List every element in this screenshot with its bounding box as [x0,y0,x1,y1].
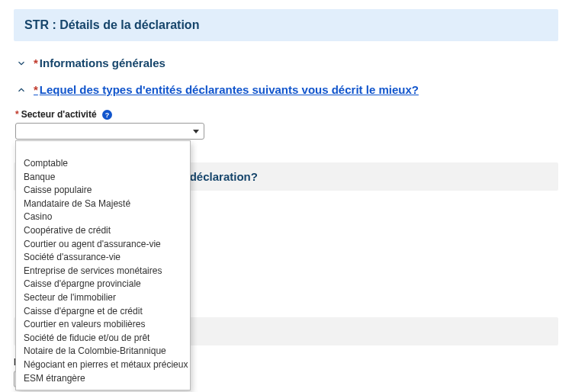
accordion-entity-type-title[interactable]: *Lequel des types d'entités déclarantes … [34,83,419,96]
accordion-general: *Informations générales [14,52,558,74]
accordion-entity-type: *Lequel des types d'entités déclarantes … [14,79,558,140]
dropdown-item[interactable]: ESM étrangère [16,372,190,386]
activity-label: *Secteur d'activité [15,109,99,120]
dropdown-item[interactable]: Secteur de l'immobilier [16,291,190,305]
dropdown-item[interactable]: Courtier en valeurs mobilières [16,318,190,332]
dropdown-item[interactable]: Banque [16,171,190,185]
help-icon[interactable]: ? [102,110,112,120]
activity-select-display[interactable] [15,123,204,140]
dropdown-item[interactable]: Courtier ou agent d'assurance-vie [16,238,190,252]
accordion-entity-type-header[interactable]: *Lequel des types d'entités déclarantes … [14,79,558,101]
dropdown-item[interactable]: Société d'assurance-vie [16,251,190,265]
page-title: STR : Détails de la déclaration [24,18,199,31]
accordion-general-title: *Informations générales [34,56,165,69]
dropdown-item[interactable]: Casino [16,210,190,224]
chevron-up-icon [15,84,27,96]
page-banner: STR : Détails de la déclaration [14,9,558,41]
dropdown-item[interactable]: Coopérative de crédit [16,224,190,238]
activity-field: *Secteur d'activité ? ComptableBanqueCai… [15,108,558,140]
activity-dropdown[interactable]: ComptableBanqueCaisse populaireMandatair… [15,140,191,390]
activity-select[interactable]: ComptableBanqueCaisse populaireMandatair… [15,123,558,140]
dropdown-item[interactable]: Caisse d'épargne et de crédit [16,305,190,319]
caret-down-icon [193,130,199,133]
dropdown-item[interactable]: Société de fiducie et/ou de prêt [16,332,190,345]
dropdown-item[interactable]: Notaire de la Colombie-Britannique [16,345,190,358]
accordion-general-header[interactable]: *Informations générales [14,52,558,74]
dropdown-item[interactable]: Entreprise de services monétaires [16,265,190,278]
chevron-down-icon [15,57,27,69]
dropdown-item[interactable]: Caisse d'épargne provinciale [16,278,190,291]
dropdown-item[interactable]: Comptable [16,157,190,171]
dropdown-blank-option[interactable] [16,146,190,157]
dropdown-item[interactable]: Caisse populaire [16,184,190,198]
dropdown-item[interactable]: Mandataire de Sa Majesté [16,198,190,211]
dropdown-item[interactable]: Négociant en pierres et métaux précieux [16,358,190,372]
